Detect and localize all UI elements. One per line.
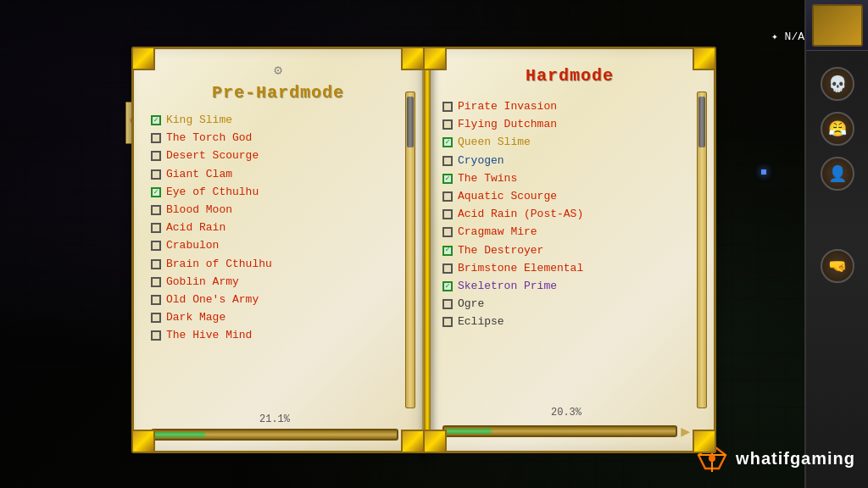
nav-indicator: ✦ N/A [771,30,804,43]
checkbox-crabulon[interactable] [151,241,161,251]
corner-bottom-left [131,430,155,453]
checkbox-ogre[interactable] [442,299,453,309]
checkbox-brimstone[interactable] [442,263,453,274]
right-progress-bar-fill [446,429,492,434]
checkbox-hive-mind[interactable] [151,330,161,341]
checkbox-torch-god[interactable] [151,133,161,143]
list-item: Acid Rain (Post-AS) [442,207,697,222]
left-progress-bar-fill [154,432,205,437]
corner-top-right-left [401,47,425,70]
boss-name: The Destroyer [458,243,543,258]
right-scrollbar-thumb [698,97,705,147]
list-item: ✓ The Twins [442,171,697,186]
checkbox-twins[interactable]: ✓ [442,174,453,184]
left-scrollbar[interactable] [405,92,415,408]
checkbox-queen-slime[interactable]: ✓ [442,137,453,147]
checkbox-king-slime[interactable]: ✓ [151,115,161,125]
boss-name: Old One's Army [166,292,259,308]
right-progress-section: 20.3% ▶ [442,407,690,441]
checkbox-acid-rain[interactable] [151,223,161,233]
list-item: Acid Rain [151,220,405,236]
boss-name: Brain of Cthulhu [166,257,272,272]
boss-name: The Hive Mind [166,328,252,343]
list-item: ✓ Eye of Cthulhu [151,185,405,200]
list-item: ✓ The Destroyer [442,243,697,258]
checkbox-skeletron-prime[interactable]: ✓ [442,281,453,291]
checkbox-flying-dutchman[interactable] [442,119,453,130]
page-left: ⚙ Pre-Hardmode ✓ King Slime The Torch Go… [131,47,424,453]
hand-icon[interactable]: 🤜 [821,249,854,283]
checkbox-blood-moon[interactable] [151,205,161,215]
list-item: Pirate Invasion [442,99,697,114]
checkbox-goblin-army[interactable] [151,277,161,287]
boss-name: Acid Rain [166,220,225,236]
list-item: Dark Mage [151,310,405,325]
checkbox-acid-rain-post[interactable] [442,209,453,219]
checkbox-dark-mage[interactable] [151,313,161,323]
boss-name: Cragmaw Mire [458,225,537,240]
list-item: Crabulon [151,238,405,253]
boss-name: Cryogen [458,153,504,169]
list-item: Eclipse [442,314,697,330]
hardmode-boss-list: Pirate Invasion Flying Dutchman ✓ Queen … [442,99,697,330]
left-page-title: Pre-Hardmode [151,83,405,103]
list-item: Flying Dutchman [442,117,697,132]
checkbox-eclipse[interactable] [442,317,453,327]
left-progress-bar-track [151,429,398,441]
checkbox-desert-scourge[interactable] [151,151,161,161]
corner-bottom-left-right [423,430,447,453]
book-spine [424,47,431,453]
list-item: Desert Scourge [151,148,405,164]
checkbox-pirate-invasion[interactable] [442,102,453,112]
checkbox-brain-cthulhu[interactable] [151,259,161,269]
page-right: Hardmode Pirate Invasion Flying Dutchman… [424,47,716,453]
svg-point-3 [709,455,715,462]
boss-name: Eye of Cthulhu [166,185,259,200]
right-progress-bar-track [442,425,677,437]
boss-name: The Torch God [166,130,252,146]
boss-name: Flying Dutchman [458,117,557,132]
left-progress-label: 21.1% [151,413,398,425]
next-arrow-icon[interactable]: ▶ [681,422,690,441]
list-item: ✓ Skeletron Prime [442,279,697,294]
list-item: Brain of Cthulhu [151,257,405,272]
portrait-icon[interactable]: 👤 [821,157,854,191]
checkbox-eye-cthulhu[interactable]: ✓ [151,187,161,197]
checkbox-cryogen[interactable] [442,156,453,166]
list-item: ✓ King Slime [151,113,405,128]
corner-bottom-right-left [401,430,425,453]
boss-name: Aquatic Scourge [458,189,557,204]
boss-name: Eclipse [458,314,504,330]
pixel-decoration-blue [761,169,766,175]
corner-top-right [693,47,716,70]
character-portrait [812,4,863,47]
right-panel-top [806,0,868,51]
skull-icon[interactable]: 💀 [821,67,854,101]
face-icon[interactable]: 😤 [821,112,854,146]
list-item: Cryogen [442,153,697,169]
checkbox-aquatic-scourge[interactable] [442,191,453,202]
boss-name: Skeletron Prime [458,279,557,294]
list-item: Brimstone Elemental [442,261,697,276]
checkbox-giant-clam[interactable] [151,169,161,180]
watermark: whatifgaming [695,441,855,475]
checkbox-cragmaw[interactable] [442,227,453,237]
boss-name: Desert Scourge [166,148,259,164]
checkbox-old-ones-army[interactable] [151,295,161,305]
left-page-icon: ⚙ [151,62,405,79]
list-item: The Torch God [151,130,405,146]
checkbox-destroyer[interactable]: ✓ [442,246,453,256]
left-progress-section: 21.1% [151,413,398,441]
watermark-text: whatifgaming [736,449,855,469]
corner-top-left-right [423,47,447,70]
corner-bottom-right [693,430,716,453]
boss-name: Acid Rain (Post-AS) [458,207,583,222]
boss-name: Brimstone Elemental [458,261,583,276]
right-title-area: Hardmode [442,66,697,86]
pre-hardmode-boss-list: ✓ King Slime The Torch God Desert Scourg… [151,113,405,343]
right-sidebar: 💀 😤 👤 🤜 [804,0,868,488]
boss-name: Pirate Invasion [458,99,557,114]
list-item: The Hive Mind [151,328,405,343]
right-scrollbar[interactable] [697,92,707,408]
left-scrollbar-thumb [407,97,414,147]
